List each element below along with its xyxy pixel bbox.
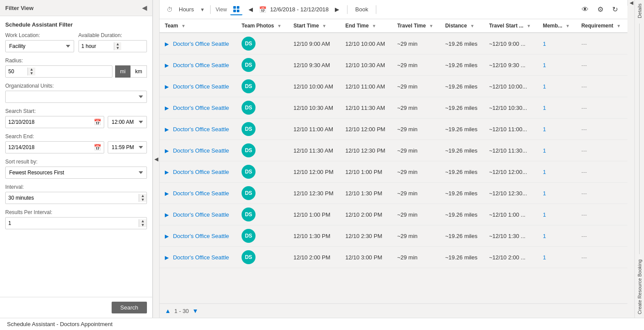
book-btn[interactable]: Book <box>353 4 371 14</box>
col-start[interactable]: Start Time ▼ <box>288 19 340 33</box>
col-photos[interactable]: Team Photos ▼ <box>236 19 288 33</box>
results-spinners: ▲ ▼ <box>139 219 147 227</box>
end-cell-10: 12/10 3:00 PM <box>340 247 392 268</box>
row-expand-arrow-10[interactable]: ▶ <box>165 255 169 261</box>
search-end-time-select[interactable]: 11:59 PM <box>108 141 147 153</box>
col-travel[interactable]: Travel Time ▼ <box>392 19 440 33</box>
gear-btn[interactable]: ⚙ <box>595 3 606 15</box>
row-expand-arrow-7[interactable]: ▶ <box>165 191 169 197</box>
org-units-select[interactable] <box>5 91 147 103</box>
sort-select[interactable]: Fewest Resources First Most Resources Fi… <box>5 167 147 179</box>
distance-cell-1: ~19.26 miles <box>440 54 484 76</box>
travel-start-cell-9: ~12/10 1:30 ... <box>484 225 538 247</box>
interval-down-btn[interactable]: ▼ <box>139 198 147 202</box>
page-down-arrow[interactable]: ▼ <box>192 307 198 314</box>
radius-down-btn[interactable]: ▼ <box>28 71 35 75</box>
right-collapse-btn[interactable]: ◀ <box>627 0 634 6</box>
members-count-6: 1 <box>543 169 546 175</box>
travel-start-cell-4: ~12/10 11:00... <box>484 119 538 140</box>
table-row: ▶ Doctor's Office Seattle DS 12/10 1:30 … <box>160 225 627 247</box>
radius-spinners: ▲ ▼ <box>27 68 35 75</box>
search-start-time-select[interactable]: 12:00 AM <box>108 116 147 128</box>
row-expand-arrow-1[interactable]: ▶ <box>165 62 169 68</box>
hours-btn[interactable]: Hours <box>176 4 197 14</box>
row-expand-arrow-2[interactable]: ▶ <box>165 84 169 90</box>
photos-cell-2: DS <box>236 76 288 97</box>
work-location-select[interactable]: Facility Onsite Remote <box>5 40 74 52</box>
details-label[interactable]: Details <box>637 0 642 22</box>
filter-collapse-arrow[interactable]: ◀ <box>142 4 147 11</box>
col-travel-start[interactable]: Travel Start ... ▼ <box>484 19 538 33</box>
search-end-controls: 📅 11:59 PM <box>5 141 147 153</box>
team-name-3: Doctor's Office Seattle <box>173 105 229 111</box>
req-dash-6: --- <box>581 169 587 175</box>
team-name-9: Doctor's Office Seattle <box>173 233 229 239</box>
left-panel-collapse-btn[interactable]: ◀ <box>153 0 160 318</box>
radius-mi-btn[interactable]: mi <box>115 65 130 78</box>
col-end[interactable]: End Time ▼ <box>340 19 392 33</box>
create-booking-label[interactable]: Create Resource Booking <box>637 256 642 318</box>
row-expand-arrow-3[interactable]: ▶ <box>165 105 169 111</box>
req-dash-3: --- <box>581 105 587 111</box>
search-start-date-field[interactable] <box>6 119 91 125</box>
interval-value-field[interactable] <box>6 195 139 201</box>
search-end-date-field[interactable] <box>6 144 91 150</box>
col-members[interactable]: Memb... ▼ <box>538 19 576 33</box>
duration-value-field[interactable] <box>79 43 114 49</box>
eye-btn[interactable]: 👁 <box>579 4 591 15</box>
refresh-btn[interactable]: ↻ <box>610 3 620 15</box>
page-up-arrow[interactable]: ▲ <box>165 307 171 314</box>
separator-2 <box>347 5 348 14</box>
req-dash-2: --- <box>581 83 587 90</box>
members-cell-10: 1 <box>538 247 576 268</box>
filter-header: Filter View ◀ <box>0 0 152 16</box>
req-cell-1: --- <box>576 54 627 76</box>
svg-rect-1 <box>237 6 239 9</box>
search-button[interactable]: Search <box>112 302 147 313</box>
row-expand-arrow-0[interactable]: ▶ <box>165 41 169 47</box>
col-requirement[interactable]: Requirement ▼ <box>576 19 627 33</box>
travel-start-cell-6: ~12/10 12:00... <box>484 161 538 183</box>
hours-dropdown-arrow[interactable]: ▼ <box>200 7 205 12</box>
results-value-field[interactable] <box>6 220 139 226</box>
radius-value-field[interactable] <box>6 68 27 75</box>
photos-cell-6: DS <box>236 161 288 183</box>
team-name-6: Doctor's Office Seattle <box>173 169 229 175</box>
row-expand-arrow-6[interactable]: ▶ <box>165 169 169 175</box>
col-team[interactable]: Team ▼ <box>160 19 236 33</box>
row-expand-arrow-8[interactable]: ▶ <box>165 212 169 218</box>
results-down-btn[interactable]: ▼ <box>139 223 147 227</box>
grid-container: Team ▼ Team Photos ▼ Start Time ▼ End Ti… <box>160 19 627 303</box>
members-cell-1: 1 <box>538 54 576 76</box>
team-cell: ▶ Doctor's Office Seattle <box>160 76 236 97</box>
grid-view-btn[interactable] <box>230 4 242 15</box>
prev-btn[interactable]: ◀ <box>246 4 256 14</box>
end-cell-3: 12/10 11:30 AM <box>340 97 392 119</box>
duration-down-btn[interactable]: ▼ <box>114 46 122 50</box>
row-expand-arrow-9[interactable]: ▶ <box>165 233 169 239</box>
interval-row: Interval: ▲ ▼ <box>5 184 147 204</box>
col-distance[interactable]: Distance ▼ <box>440 19 484 33</box>
interval-input: ▲ ▼ <box>5 192 147 204</box>
next-btn[interactable]: ▶ <box>332 4 342 14</box>
travel-cell-5: ~29 min <box>392 140 440 161</box>
photos-cell-8: DS <box>236 204 288 225</box>
req-cell-5: --- <box>576 140 627 161</box>
radius-km-btn[interactable]: km <box>130 65 147 78</box>
distance-cell-8: ~19.26 miles <box>440 204 484 225</box>
table-header-row: Team ▼ Team Photos ▼ Start Time ▼ End Ti… <box>160 19 627 33</box>
travel-cell-0: ~29 min <box>392 33 440 54</box>
avatar-8: DS <box>242 208 256 221</box>
start-cell-3: 12/10 10:30 AM <box>288 97 340 119</box>
photos-cell-10: DS <box>236 247 288 268</box>
req-dash-8: --- <box>581 211 587 218</box>
search-end-calendar-icon[interactable]: 📅 <box>91 144 104 151</box>
travel-cell-2: ~29 min <box>392 76 440 97</box>
row-expand-arrow-5[interactable]: ▶ <box>165 148 169 154</box>
req-cell-9: --- <box>576 225 627 247</box>
team-name-7: Doctor's Office Seattle <box>173 190 229 197</box>
separator-3 <box>376 5 376 14</box>
calendar-icon[interactable]: 📅 <box>259 6 266 13</box>
search-start-calendar-icon[interactable]: 📅 <box>91 119 104 126</box>
row-expand-arrow-4[interactable]: ▶ <box>165 126 169 133</box>
